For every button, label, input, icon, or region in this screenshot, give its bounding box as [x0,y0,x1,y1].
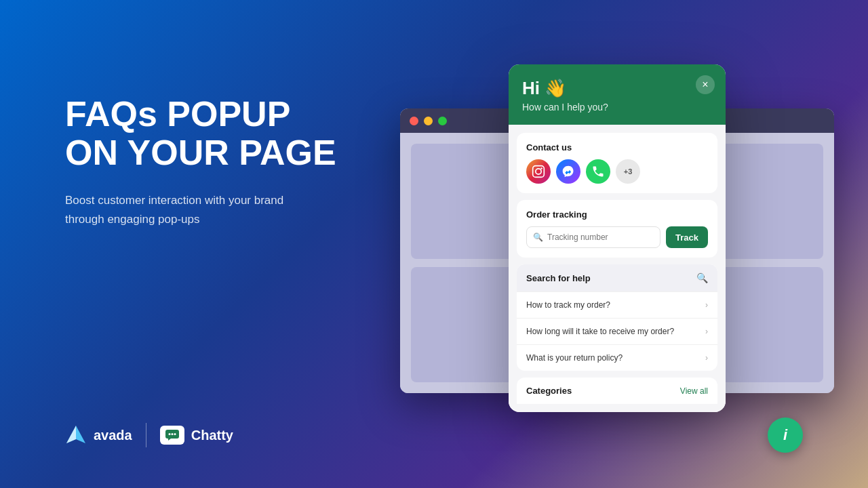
svg-point-7 [536,169,541,174]
categories-label: Categories [526,386,572,396]
bottom-logos: avada Chatty [65,423,233,447]
search-header-row: Search for help 🔍 [517,264,717,291]
svg-rect-6 [533,166,545,178]
messenger-icon[interactable] [556,159,580,184]
browser-minimize-dot[interactable] [424,117,433,125]
faq-item-3[interactable]: What is your return policy? › [517,344,717,371]
logo-divider [146,423,146,447]
chat-subtext: How can I help you? [522,102,712,113]
view-all-link[interactable]: View all [680,386,708,396]
search-header-label: Search for help [526,273,591,283]
chatty-icon [160,426,184,445]
search-card: Search for help 🔍 How to track my order?… [517,264,717,371]
tracking-input-wrapper: 🔍 [526,226,660,248]
faq-chevron-2: › [705,327,708,336]
contact-card: Contact us [517,133,717,193]
chat-body: Contact us [509,125,726,412]
faq-chevron-1: › [705,300,708,310]
contact-icons: +3 [526,159,708,184]
chat-popup: Hi 👋 How can I help you? × Contact us [509,64,726,412]
svg-marker-1 [66,426,76,443]
main-title: FAQs POPUP ON YOUR PAGE [65,95,391,172]
tracking-search-icon: 🔍 [533,232,543,242]
faq-item-1[interactable]: How to track my order? › [517,291,717,318]
left-section: FAQs POPUP ON YOUR PAGE Boost customer i… [65,95,391,228]
chat-close-button[interactable]: × [696,75,715,94]
subtitle: Boost customer interaction with your bra… [65,191,323,228]
browser-maximize-dot[interactable] [438,117,447,125]
tracking-input-row: 🔍 Track [526,226,708,248]
svg-point-8 [540,167,542,169]
phone-icon[interactable] [586,159,610,184]
browser-close-dot[interactable] [410,117,418,125]
contact-card-title: Contact us [526,142,708,152]
tracking-card: Order tracking 🔍 Track [517,200,717,258]
avada-logo: avada [65,424,132,446]
avada-icon [65,424,87,446]
chatty-logo: Chatty [160,426,233,445]
tracking-number-input[interactable] [526,226,660,248]
more-contacts-button[interactable]: +3 [616,159,640,184]
svg-point-4 [171,433,173,435]
svg-point-5 [174,433,176,435]
search-icon-button[interactable]: 🔍 [696,272,708,283]
chat-greeting: Hi 👋 [522,78,712,99]
track-button[interactable]: Track [666,226,708,248]
instagram-icon[interactable] [526,159,551,184]
categories-card: Categories View all [517,378,717,404]
info-button[interactable]: i [768,418,803,453]
tracking-card-title: Order tracking [526,209,708,220]
faq-item-2[interactable]: How long will it take to receive my orde… [517,318,717,344]
faq-chevron-3: › [705,353,708,363]
chat-header: Hi 👋 How can I help you? × [509,64,726,125]
svg-point-3 [168,433,170,435]
